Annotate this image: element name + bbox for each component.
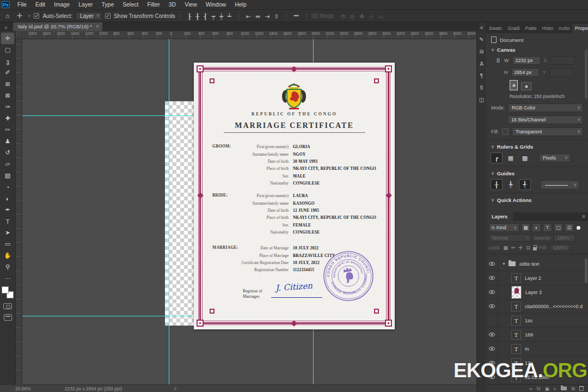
menu-help[interactable]: Help (230, 0, 251, 9)
lasso-tool[interactable]: ʓ (1, 56, 14, 67)
layers-scrollbar[interactable] (585, 258, 587, 283)
delete-layer-icon[interactable] (579, 386, 584, 391)
lock-all-icon[interactable] (533, 247, 537, 250)
crop-tool[interactable]: ⊞ (1, 78, 14, 90)
marquee-tool[interactable]: ▢ (1, 44, 14, 56)
horizontal-ruler[interactable]: 2000180016001400120010008006004002000200… (16, 31, 476, 39)
menu-type[interactable]: Type (97, 0, 118, 9)
align-right-icon[interactable]: ┨ (201, 13, 210, 20)
blur-tool[interactable]: ◔ (1, 181, 14, 193)
fill-swatch[interactable] (502, 128, 509, 135)
zoom-tool[interactable]: ⚲ (1, 261, 14, 273)
link-dimensions-icon[interactable]: 8 (495, 57, 501, 64)
paragraph-panel-icon[interactable]: ¶ (480, 73, 483, 79)
toolbar-overflow-icon[interactable]: » (4, 24, 8, 30)
align-center-h-icon[interactable]: ╂ (193, 13, 201, 20)
3d-scale-icon[interactable]: ◅ (376, 13, 384, 20)
home-icon[interactable]: ⌂ (3, 12, 11, 20)
layer-row[interactable]: Tm (486, 342, 588, 356)
blend-mode-dropdown[interactable]: Normal (489, 234, 531, 242)
auto-select-checkbox[interactable]: ✓ (34, 13, 39, 19)
rulers-grids-section-header[interactable]: ∨ Rulers & Grids (491, 144, 583, 150)
clear-guides-icon[interactable]: ╃ (519, 180, 530, 189)
filter-shape-layers-icon[interactable]: ▢ (554, 223, 563, 232)
move-tool-preset-icon[interactable]: ✛ (15, 12, 24, 20)
bit-depth-dropdown[interactable]: 16 Bits/Channel (507, 115, 583, 124)
visibility-toggle[interactable] (486, 257, 498, 271)
quick-selection-tool[interactable]: ✐ (1, 67, 14, 78)
healing-brush-tool[interactable]: ✚ (1, 113, 14, 124)
canvas-section-header[interactable]: ∨ Canvas (491, 47, 583, 53)
layer-row[interactable]: ▼edite text (486, 257, 588, 271)
align-middle-icon[interactable]: ┿ (217, 13, 225, 20)
guide-horizontal-1[interactable] (22, 115, 194, 116)
distribute-center-icon[interactable]: ⇹ (253, 13, 262, 20)
align-left-icon[interactable]: ┠ (186, 13, 194, 20)
ruler-units-dropdown[interactable]: Pixels (539, 154, 571, 162)
menu-file[interactable]: File (13, 0, 31, 9)
distribute-left-icon[interactable]: ⇤ (244, 13, 253, 20)
character-panel-icon[interactable]: A (480, 61, 483, 67)
visibility-toggle[interactable] (486, 314, 498, 327)
3d-roll-icon[interactable]: ◎ (347, 13, 357, 20)
quick-mask-icon[interactable] (3, 303, 12, 309)
document-tab[interactable]: Italy id.psd @ 20.7% (RGB/16) * × (13, 22, 102, 31)
tab-histo[interactable]: Histo (540, 24, 556, 33)
guide-vertical-1[interactable] (169, 39, 169, 384)
guides-section-header[interactable]: ∨ Guides (491, 170, 583, 176)
tab-swatc[interactable]: Swatc (486, 24, 505, 33)
visibility-toggle[interactable] (486, 328, 498, 341)
brush-tool[interactable]: ✏ (1, 124, 14, 136)
type-tool[interactable]: T (1, 216, 14, 227)
layer-row[interactable]: TLayer 2 (486, 271, 588, 285)
layer-filter-kind-dropdown[interactable]: ⚲ Kind (489, 223, 519, 232)
dodge-tool[interactable]: ◐ (1, 193, 14, 204)
lock-position-icon[interactable]: ✛ (519, 245, 523, 250)
filter-toggle-icon[interactable] (577, 226, 580, 230)
3d-pan-icon[interactable]: ✥ (357, 13, 366, 20)
screen-mode-icon[interactable] (4, 314, 12, 321)
lock-transparency-icon[interactable]: ▦ (504, 245, 509, 250)
new-layer-icon[interactable]: ⊞ (571, 386, 575, 391)
menu-view[interactable]: View (180, 0, 201, 9)
height-field[interactable]: 2854 px (511, 68, 540, 77)
menu-layer[interactable]: Layer (74, 0, 97, 9)
gradient-tool[interactable]: ▧ (1, 170, 14, 181)
guide-style-dropdown[interactable] (540, 180, 579, 189)
toggle-rulers-icon[interactable]: ┏ (491, 153, 502, 163)
new-adjustment-layer-icon[interactable]: ◐ (554, 386, 556, 391)
frame-tool[interactable]: ⊠ (1, 90, 14, 101)
filter-pixel-layers-icon[interactable]: ▦ (521, 223, 530, 232)
rectangle-tool[interactable]: ▭ (1, 238, 14, 250)
more-options-icon[interactable]: ••• (291, 13, 301, 19)
visibility-toggle[interactable] (486, 342, 498, 356)
new-group-icon[interactable] (561, 387, 567, 390)
menu-edit[interactable]: Edit (31, 0, 50, 9)
3d-orbit-icon[interactable]: ⟲ (338, 13, 347, 20)
preset-chevron-icon[interactable]: ∨ (28, 14, 30, 18)
history-brush-tool[interactable]: ↺ (1, 147, 14, 158)
color-swatches[interactable] (2, 286, 14, 298)
lock-guides-icon[interactable]: ╄ (505, 180, 516, 189)
layer-comps-panel-icon[interactable]: ⧉ (480, 48, 483, 55)
menu-filter[interactable]: Filter (143, 0, 164, 9)
menu-image[interactable]: Image (50, 0, 74, 9)
layer-row[interactable]: T1ss (486, 314, 588, 328)
layers-panel-menu-icon[interactable]: ≡ (579, 213, 588, 221)
brush-settings-panel-icon[interactable]: ✎ (479, 36, 483, 42)
libraries-panel-icon[interactable]: ◫ (479, 97, 484, 103)
collapse-panels-icon[interactable]: « (480, 24, 483, 30)
quick-actions-section-header[interactable]: ∨ Quick Actions (491, 197, 583, 203)
hand-tool[interactable]: ✋ (1, 250, 14, 261)
toggle-pixel-grid-icon[interactable]: ▩ (519, 153, 530, 163)
more-tools[interactable]: ⋯ (1, 273, 14, 284)
lock-pixels-icon[interactable]: ✏ (511, 245, 516, 250)
pen-tool[interactable]: ✒ (1, 204, 14, 216)
foreground-color-swatch[interactable] (2, 286, 9, 293)
layer-fill-field[interactable]: 100% (550, 244, 571, 252)
align-top-icon[interactable]: ┯ (210, 13, 218, 20)
width-field[interactable]: 2232 px (512, 56, 541, 65)
layer-row[interactable]: T169 (486, 328, 588, 342)
marriage-certificate-document[interactable]: REPUBLIC OF THE CONGO MARRIAGE CERTIFICA… (194, 63, 395, 329)
add-layer-mask-icon[interactable]: ▣ (545, 386, 549, 391)
